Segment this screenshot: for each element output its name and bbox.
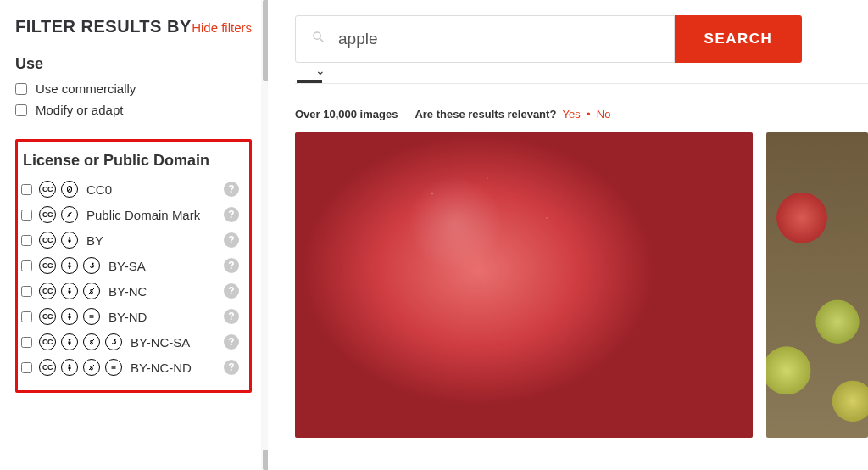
cc-by-icon — [61, 333, 78, 350]
cc-nc-icon: $ — [83, 283, 100, 299]
license-row-by-nc[interactable]: CC$BY-NC? — [19, 278, 241, 304]
hide-filters-link[interactable]: Hide filters — [192, 20, 252, 35]
license-checkbox[interactable] — [21, 362, 32, 373]
help-icon[interactable]: ? — [224, 207, 239, 222]
cc-icon: CC — [39, 181, 56, 198]
image-gallery — [295, 132, 868, 438]
cc-icon: CC — [39, 359, 56, 376]
license-label: Public Domain Mark — [86, 208, 200, 222]
cc-by-icon — [61, 308, 78, 325]
help-icon[interactable]: ? — [224, 283, 239, 299]
result-image-1[interactable] — [295, 132, 753, 438]
results-count: Over 10,000 images — [295, 108, 398, 120]
result-image-2[interactable] — [766, 132, 868, 438]
license-row-by-nd[interactable]: CCBY-ND? — [19, 304, 241, 329]
search-row: SEARCH — [295, 15, 868, 63]
cc-icon: CC — [39, 283, 56, 299]
filter-sidebar: FILTER RESULTS BY Hide filters Use Use c… — [0, 0, 268, 470]
modify-adapt-checkbox[interactable] — [15, 104, 27, 116]
cc-icon: CC — [39, 232, 56, 249]
svg-point-11 — [69, 339, 70, 340]
svg-line-1 — [68, 187, 71, 192]
dot-icon: • — [583, 108, 596, 120]
license-row-by-sa[interactable]: CCBY-SA? — [19, 253, 241, 278]
license-checkbox[interactable] — [21, 337, 32, 348]
license-row-public-domain-mark[interactable]: CCPublic Domain Mark? — [19, 202, 241, 227]
license-label: BY-NC-SA — [131, 335, 190, 350]
license-checkbox[interactable] — [21, 260, 32, 271]
main-content: SEARCH ⌄ Over 10,000 images Are these re… — [268, 0, 868, 470]
cc-by-icon — [61, 232, 78, 249]
use-heading: Use — [15, 55, 252, 73]
search-button[interactable]: SEARCH — [675, 15, 802, 63]
license-checkbox[interactable] — [21, 184, 32, 195]
cc-zero-icon — [61, 181, 78, 198]
cc-pd-icon — [61, 206, 78, 223]
license-label: BY-SA — [108, 259, 146, 273]
use-commercially-checkbox[interactable] — [15, 83, 27, 95]
use-commercially-label: Use commercially — [36, 81, 136, 96]
cc-icon: CC — [39, 333, 56, 350]
license-label: BY-NC — [108, 284, 147, 299]
svg-point-14 — [69, 364, 70, 366]
help-icon[interactable]: ? — [224, 232, 239, 248]
license-label: BY-ND — [108, 310, 147, 324]
relevance-prompt: Are these results relevant? — [415, 108, 556, 120]
license-row-by-nc-nd[interactable]: CC$BY-NC-ND? — [19, 355, 241, 380]
filter-section-use: Use Use commercially Modify or adapt — [15, 55, 252, 117]
help-icon[interactable]: ? — [224, 309, 239, 324]
cc-by-icon — [61, 359, 78, 376]
license-row-cc0[interactable]: CCCC0? — [19, 176, 241, 202]
search-input[interactable] — [338, 30, 659, 48]
help-icon[interactable]: ? — [224, 334, 239, 350]
cc-nc-icon: $ — [83, 359, 100, 376]
svg-point-5 — [69, 288, 70, 289]
modify-adapt-label: Modify or adapt — [36, 103, 123, 117]
cc-icon: CC — [39, 257, 56, 274]
svg-point-8 — [69, 313, 70, 315]
cc-icon: CC — [39, 206, 56, 223]
help-icon[interactable]: ? — [224, 360, 239, 375]
help-icon[interactable]: ? — [224, 182, 239, 197]
license-checkbox[interactable] — [21, 286, 32, 297]
help-icon[interactable]: ? — [224, 258, 239, 273]
svg-point-3 — [69, 237, 70, 238]
search-box[interactable] — [295, 15, 675, 63]
license-label: BY — [86, 233, 103, 248]
filter-section-license: License or Public Domain CCCC0?CCPublic … — [15, 139, 252, 393]
license-heading: License or Public Domain — [23, 152, 241, 170]
cc-icon: CC — [39, 308, 56, 325]
license-row-by[interactable]: CCBY? — [19, 227, 241, 253]
use-commercially-row[interactable]: Use commercially — [15, 81, 252, 96]
cc-sa-icon — [105, 333, 122, 350]
cc-nd-icon — [83, 308, 100, 325]
tab-indicator: ⌄ — [297, 80, 322, 83]
cc-sa-icon — [83, 257, 100, 274]
cc-by-icon — [61, 283, 78, 299]
license-checkbox[interactable] — [21, 311, 32, 322]
tab-caret-icon: ⌄ — [315, 64, 326, 77]
search-icon — [311, 30, 326, 48]
license-label: BY-NC-ND — [131, 361, 192, 375]
license-checkbox[interactable] — [21, 235, 32, 246]
filter-title: FILTER RESULTS BY — [15, 17, 192, 36]
tab-divider — [295, 83, 868, 84]
results-meta: Over 10,000 images Are these results rel… — [295, 108, 868, 120]
cc-nc-icon: $ — [83, 333, 100, 350]
svg-point-4 — [69, 262, 70, 264]
cc-by-icon — [61, 257, 78, 274]
cc-nd-icon — [105, 359, 122, 376]
modify-adapt-row[interactable]: Modify or adapt — [15, 103, 252, 117]
license-checkbox[interactable] — [21, 210, 32, 221]
relevance-yes[interactable]: Yes — [563, 108, 581, 120]
license-row-by-nc-sa[interactable]: CC$BY-NC-SA? — [19, 329, 241, 355]
license-label: CC0 — [86, 182, 112, 197]
relevance-no[interactable]: No — [597, 108, 611, 120]
